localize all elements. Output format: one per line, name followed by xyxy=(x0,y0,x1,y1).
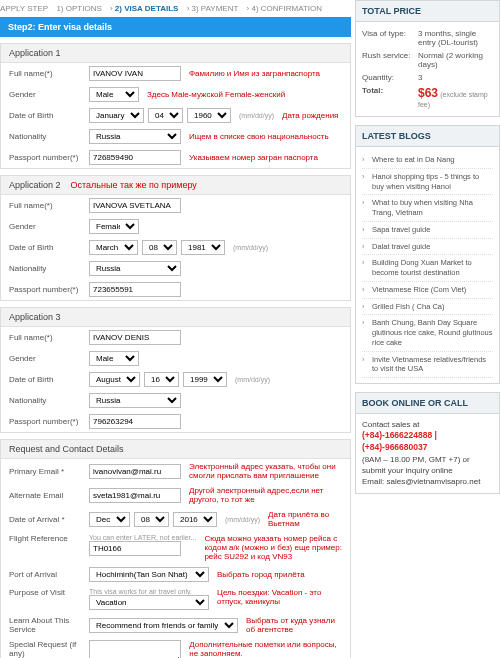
blog-item[interactable]: Dalat travel guide xyxy=(362,239,493,256)
passport-input[interactable] xyxy=(89,414,181,429)
annotation: Дата рождения xyxy=(282,111,338,120)
flight-input[interactable] xyxy=(89,541,181,556)
blog-item[interactable]: Where to eat in Da Nang xyxy=(362,152,493,169)
alt-email-input[interactable] xyxy=(89,488,181,503)
arrival-day-select[interactable]: 08 xyxy=(134,512,169,527)
dob-day-select[interactable]: 08 xyxy=(142,240,177,255)
dob-month-select[interactable]: March xyxy=(89,240,138,255)
port-select[interactable]: Hochiminh(Tan Son Nhat) xyxy=(89,567,209,582)
label-nationality: Nationality xyxy=(9,132,85,141)
section-header: Application 2 Остальные так же по пример… xyxy=(1,176,350,195)
blog-item[interactable]: What to buy when visiting Nha Trang, Vie… xyxy=(362,195,493,222)
dob-year-select[interactable]: 1999 xyxy=(183,372,227,387)
learn-select[interactable]: Recommend from friends or family xyxy=(89,618,238,633)
contact-phones: (+84)-1666224888 | (+84)-966680037 xyxy=(362,430,493,454)
dob-day-select[interactable]: 04 xyxy=(148,108,183,123)
label-dob: Date of Birth xyxy=(9,111,85,120)
annotation: Указываем номер загран паспорта xyxy=(189,153,318,162)
nationality-select[interactable]: Russia xyxy=(89,261,181,276)
blog-item[interactable]: Hanoi shopping tips - 5 things to buy wh… xyxy=(362,169,493,196)
application-2: Application 2 Остальные так же по пример… xyxy=(0,175,351,301)
step-indicator: APPLY STEP 1) OPTIONS › 2) VISA DETAILS … xyxy=(0,0,351,17)
gender-select[interactable]: Male xyxy=(89,87,139,102)
arrival-month-select[interactable]: Dec xyxy=(89,512,130,527)
blog-item[interactable]: Banh Chung, Banh Day Square glutinous ri… xyxy=(362,315,493,351)
gender-select[interactable]: Male xyxy=(89,351,139,366)
dob-year-select[interactable]: 1981 xyxy=(181,240,225,255)
section-header: Application 1 xyxy=(1,44,350,63)
purpose-select[interactable]: Vacation xyxy=(89,595,209,610)
application-1: Application 1 Full name(*) Фамилию и Имя… xyxy=(0,43,351,169)
section-header: Request and Contact Details xyxy=(1,440,350,459)
blog-item[interactable]: Sapa travel guide xyxy=(362,222,493,239)
blog-item[interactable]: Grilled Fish ( Cha Ca) xyxy=(362,299,493,316)
fullname-input[interactable] xyxy=(89,198,181,213)
total-price-box: TOTAL PRICE Visa of type:3 months, singl… xyxy=(355,0,500,117)
annotation: Ищем в списке свою национальность xyxy=(189,132,329,141)
fullname-input[interactable] xyxy=(89,330,181,345)
label-fullname: Full name(*) xyxy=(9,69,85,78)
arrival-year-select[interactable]: 2016 xyxy=(173,512,217,527)
annotation: Фамилию и Имя из загранпаспорта xyxy=(189,69,320,78)
request-contact: Request and Contact Details Primary Emai… xyxy=(0,439,351,658)
annotation: Здесь Male-мужской Female-женский xyxy=(147,90,285,99)
primary-email-input[interactable] xyxy=(89,464,181,479)
dob-month-select[interactable]: January xyxy=(89,108,144,123)
blog-item[interactable]: Invite Vietnamese relatives/friends to v… xyxy=(362,352,493,379)
label-gender: Gender xyxy=(9,90,85,99)
total-price: $63 xyxy=(418,86,438,100)
step-title: Step2: Enter visa details xyxy=(0,17,351,37)
passport-input[interactable] xyxy=(89,282,181,297)
section-header: Application 3 xyxy=(1,308,350,327)
blog-item[interactable]: Building Dong Xuan Market to become tour… xyxy=(362,255,493,282)
label-passport: Passport number(*) xyxy=(9,153,85,162)
nationality-select[interactable]: Russia xyxy=(89,393,181,408)
latest-blogs-box: LATEST BLOGS Where to eat in Da NangHano… xyxy=(355,125,500,384)
blog-item[interactable]: Vietnamese Rice (Com Viet) xyxy=(362,282,493,299)
special-request-input[interactable] xyxy=(89,640,181,658)
nationality-select[interactable]: Russia xyxy=(89,129,181,144)
dob-month-select[interactable]: August xyxy=(89,372,140,387)
passport-input[interactable] xyxy=(89,150,181,165)
book-online-box: BOOK ONLINE OR CALL Contact sales at (+8… xyxy=(355,392,500,494)
gender-select[interactable]: Female xyxy=(89,219,139,234)
application-3: Application 3 Full name(*) GenderMale Da… xyxy=(0,307,351,433)
fullname-input[interactable] xyxy=(89,66,181,81)
dob-year-select[interactable]: 1960 xyxy=(187,108,231,123)
dob-day-select[interactable]: 16 xyxy=(144,372,179,387)
